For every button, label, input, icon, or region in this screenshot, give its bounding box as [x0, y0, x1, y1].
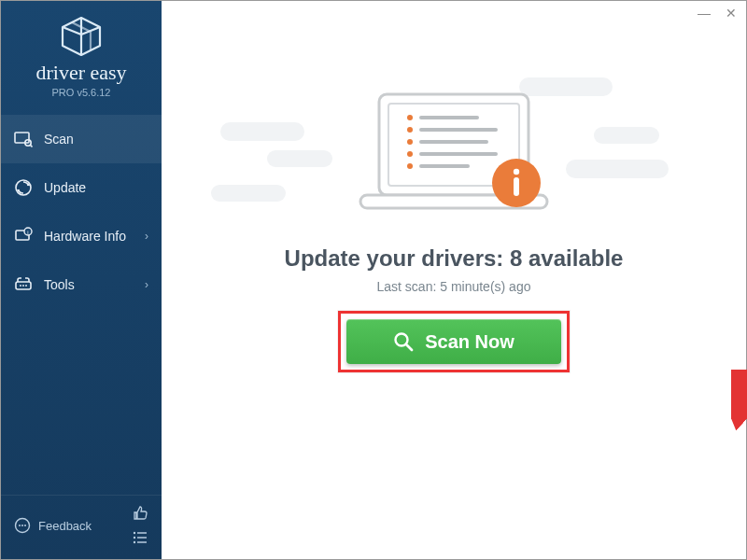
- app-window: driver easy PRO v5.6.12 Scan Update i: [0, 0, 747, 560]
- sidebar-item-update[interactable]: Update: [1, 163, 162, 212]
- sidebar-item-scan[interactable]: Scan: [1, 115, 162, 163]
- sidebar-footer: Feedback: [1, 495, 162, 559]
- close-button[interactable]: ✕: [726, 7, 737, 20]
- logo-block: driver easy PRO v5.6.12: [1, 1, 162, 107]
- logo-icon: [58, 16, 105, 57]
- svg-point-18: [134, 532, 135, 534]
- feedback-label: Feedback: [38, 519, 92, 533]
- svg-point-31: [407, 115, 413, 120]
- svg-point-17: [24, 525, 26, 526]
- svg-point-20: [134, 541, 135, 543]
- svg-line-3: [30, 145, 32, 147]
- headline: Update your drivers: 8 available: [285, 245, 624, 272]
- annotation-arrow: [731, 370, 747, 482]
- svg-text:i: i: [27, 230, 28, 235]
- brand-name: driver easy: [1, 61, 162, 85]
- thumbs-up-icon[interactable]: [132, 505, 148, 522]
- scan-now-label: Scan Now: [425, 331, 514, 353]
- scan-highlight-box: Scan Now: [338, 311, 570, 372]
- list-icon[interactable]: [132, 529, 148, 546]
- sidebar-item-hardware[interactable]: i Hardware Info ›: [1, 212, 162, 260]
- chevron-right-icon: ›: [145, 230, 148, 243]
- svg-rect-1: [15, 133, 29, 143]
- brand-version: PRO v5.6.12: [1, 87, 162, 98]
- chevron-right-icon: ›: [145, 278, 148, 291]
- hardware-icon: i: [14, 227, 33, 245]
- last-scan-text: Last scan: 5 minute(s) ago: [377, 279, 531, 294]
- svg-point-33: [407, 139, 413, 145]
- svg-point-15: [19, 525, 21, 526]
- update-icon: [14, 178, 33, 197]
- sidebar: driver easy PRO v5.6.12 Scan Update i: [1, 1, 162, 559]
- svg-point-19: [134, 537, 135, 539]
- scan-now-button[interactable]: Scan Now: [346, 319, 561, 364]
- laptop-illustration: [346, 85, 561, 229]
- svg-point-16: [21, 525, 23, 526]
- sidebar-item-label: Hardware Info: [44, 229, 126, 244]
- svg-point-38: [514, 169, 519, 175]
- sidebar-item-label: Scan: [44, 132, 74, 147]
- sidebar-nav: Scan Update i Hardware Info › Tools: [1, 115, 162, 309]
- svg-point-34: [407, 151, 413, 157]
- scan-icon: [14, 130, 33, 148]
- feedback-button[interactable]: Feedback: [14, 517, 92, 534]
- search-icon: [393, 331, 414, 352]
- feedback-icon: [14, 517, 31, 534]
- sidebar-item-label: Update: [44, 180, 86, 195]
- window-controls: — ✕: [698, 7, 737, 20]
- sidebar-item-tools[interactable]: Tools ›: [1, 260, 162, 309]
- svg-point-35: [407, 163, 413, 169]
- main-area: — ✕: [162, 1, 746, 559]
- tools-icon: [14, 275, 33, 294]
- svg-line-41: [406, 344, 412, 350]
- minimize-button[interactable]: —: [698, 7, 711, 20]
- svg-rect-39: [514, 177, 519, 196]
- svg-point-32: [407, 127, 413, 133]
- sidebar-item-label: Tools: [44, 277, 75, 292]
